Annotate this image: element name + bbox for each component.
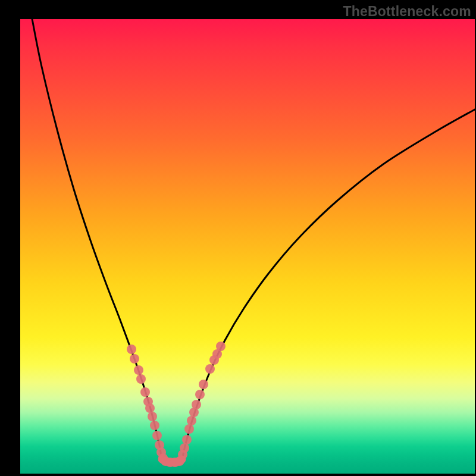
dot-right bbox=[187, 416, 196, 425]
dot-left bbox=[148, 412, 157, 421]
dot-right bbox=[182, 435, 192, 444]
curve-right-arm bbox=[182, 109, 475, 459]
dot-left bbox=[134, 365, 143, 375]
dot-right bbox=[199, 380, 208, 389]
dot-right bbox=[205, 364, 215, 374]
dot-right bbox=[195, 390, 205, 399]
dot-floor bbox=[175, 456, 184, 466]
chart-stage: TheBottleneck.com bbox=[0, 0, 476, 476]
dot-left bbox=[140, 387, 150, 397]
dot-left bbox=[130, 354, 139, 364]
dot-left bbox=[152, 431, 162, 440]
dot-left bbox=[136, 374, 146, 384]
dot-left bbox=[150, 421, 159, 430]
dot-right bbox=[184, 424, 194, 434]
dot-left bbox=[145, 403, 155, 413]
dot-right bbox=[192, 400, 201, 409]
dot-right bbox=[180, 443, 189, 453]
curve-layer bbox=[0, 0, 476, 476]
dot-right bbox=[216, 342, 226, 351]
dot-left bbox=[127, 345, 136, 354]
